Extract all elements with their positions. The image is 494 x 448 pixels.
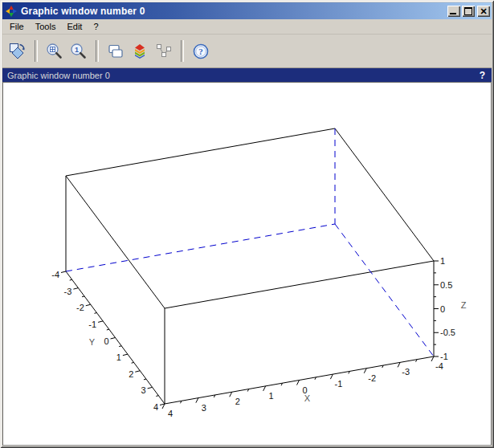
y-minor-tick <box>144 379 146 380</box>
y-minor-tick <box>156 396 158 397</box>
close-button[interactable]: ✕ <box>477 6 490 17</box>
y-tick-label: 1 <box>116 352 121 362</box>
rotate-icon <box>8 42 27 61</box>
toolbar-separator <box>35 40 38 62</box>
z-axis-title: Z <box>461 300 467 310</box>
title-bar: Graphic window number 0 ✕ <box>2 2 492 19</box>
box-edge <box>165 261 434 308</box>
menu-edit[interactable]: Edit <box>61 20 88 33</box>
y-major-tick <box>148 387 153 389</box>
graph-nodes-icon <box>154 42 174 61</box>
graph-nodes-button[interactable] <box>153 41 174 62</box>
x-tick-label: 1 <box>269 391 274 401</box>
window-title: Graphic window number 0 <box>21 6 446 17</box>
maximize-icon <box>464 7 472 15</box>
y-tick-label: -3 <box>64 287 72 296</box>
z-tick-label: 1 <box>440 256 445 266</box>
zoom-area-button[interactable] <box>44 41 65 62</box>
x-axis-title: X <box>304 393 311 403</box>
minimize-icon <box>450 13 456 14</box>
info-bar: Graphic window number 0 ? <box>2 68 492 82</box>
z-tick-label: -0.5 <box>440 328 455 337</box>
menu-help[interactable]: ? <box>88 20 104 33</box>
y-major-tick <box>123 354 128 356</box>
copy-figure-button[interactable] <box>105 41 126 62</box>
unzoom-button[interactable]: 1 <box>68 41 89 62</box>
toolbar: 1 <box>2 35 492 68</box>
y-tick-label: 2 <box>129 369 133 379</box>
y-tick-label: -2 <box>76 303 84 312</box>
x-tick-label: -4 <box>435 361 443 371</box>
y-axis-title: Y <box>89 337 96 347</box>
y-minor-tick <box>107 329 109 330</box>
box-edge <box>66 128 335 176</box>
copy-figure-icon <box>106 42 125 61</box>
y-major-tick <box>73 288 78 290</box>
y-minor-tick <box>94 313 96 314</box>
y-tick-label: 4 <box>153 402 158 412</box>
hidden-box-edge <box>335 224 434 356</box>
box-edge <box>66 176 165 308</box>
graphic-window: Graphic window number 0 ✕ File Tools Edi… <box>0 0 494 448</box>
unzoom-icon: 1 <box>69 42 88 61</box>
menu-bar: File Tools Edit ? <box>2 19 492 35</box>
hidden-box-edge <box>66 224 335 271</box>
y-tick-label: -4 <box>51 270 59 279</box>
figure-editor-icon <box>130 42 149 61</box>
info-bar-title: Graphic window number 0 <box>7 71 110 80</box>
y-major-tick <box>98 321 103 323</box>
help-icon: ? <box>191 42 210 61</box>
y-tick-label: 3 <box>141 385 146 395</box>
x-tick-label: -1 <box>334 379 342 389</box>
svg-text:?: ? <box>198 47 203 56</box>
menu-file[interactable]: File <box>4 20 30 33</box>
x-tick-label: 3 <box>202 403 206 413</box>
z-tick-label: 0 <box>440 304 445 314</box>
minimize-button[interactable] <box>447 6 460 17</box>
y-major-tick <box>61 271 66 273</box>
plot-canvas[interactable]: 43210-1-2-3-4X-4-3-2-101234Y-1-0.500.51Z <box>2 82 492 446</box>
z-tick-label: -1 <box>440 352 448 361</box>
menu-tools[interactable]: Tools <box>30 20 62 33</box>
maximize-button[interactable] <box>462 6 475 17</box>
toolbar-separator <box>181 40 184 62</box>
y-major-tick <box>111 338 116 340</box>
toolbar-separator <box>96 40 99 62</box>
y-minor-tick <box>132 362 134 363</box>
box-edge <box>335 128 434 261</box>
rotate-button[interactable] <box>7 41 28 62</box>
figure-editor-button[interactable] <box>129 41 150 62</box>
plot-svg: 43210-1-2-3-4X-4-3-2-101234Y-1-0.500.51Z <box>3 83 491 446</box>
x-tick-label: 2 <box>235 397 240 406</box>
y-minor-tick <box>82 296 84 297</box>
svg-text:1: 1 <box>75 46 79 54</box>
y-tick-label: -1 <box>88 320 96 329</box>
y-tick-label: 0 <box>104 336 108 346</box>
y-minor-tick <box>70 279 72 280</box>
z-tick-label: 0.5 <box>440 280 452 290</box>
info-bar-help[interactable]: ? <box>480 70 485 81</box>
x-tick-label: 4 <box>168 409 173 418</box>
y-minor-tick <box>119 346 121 347</box>
y-major-tick <box>86 304 91 306</box>
x-tick-label: -3 <box>402 367 410 377</box>
zoom-area-icon <box>45 42 64 61</box>
help-button[interactable]: ? <box>190 41 211 62</box>
x-tick-label: -2 <box>368 373 376 383</box>
y-major-tick <box>135 371 140 373</box>
close-icon: ✕ <box>480 7 487 15</box>
app-icon <box>5 5 18 18</box>
